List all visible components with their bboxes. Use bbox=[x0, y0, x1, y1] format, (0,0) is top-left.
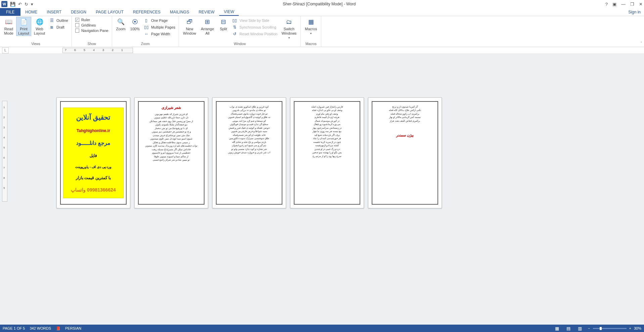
page-3[interactable]: کوه فرزین و طاق اسکورو نقشه ی نوابتو محل… bbox=[212, 97, 286, 208]
view-print-icon[interactable]: ▤ bbox=[565, 326, 572, 331]
arrange-all-icon: ⊞ bbox=[203, 18, 212, 26]
page-width-button[interactable]: ↔Page Width bbox=[142, 31, 177, 37]
checkbox-icon bbox=[75, 23, 79, 27]
gridlines-checkbox[interactable]: Gridlines bbox=[74, 23, 110, 28]
title-text: Sher-Shirazi [Compatibility Mode] - Word bbox=[33, 2, 605, 6]
zoom-button[interactable]: 🔍Zoom bbox=[114, 17, 128, 31]
restore-icon[interactable]: ❐ bbox=[630, 2, 634, 7]
zoom-in-icon[interactable]: + bbox=[629, 326, 631, 330]
doc-line: ببغ نیسنه هر سه روزی ما چهار bbox=[311, 130, 343, 133]
save-icon[interactable]: 💾 bbox=[10, 2, 15, 7]
doc-line: تو محله ی ببانه و ده برزکی بلدروین bbox=[228, 109, 270, 112]
macros-button[interactable]: ▦Macros▾ bbox=[303, 17, 319, 35]
arrange-all-button[interactable]: ⊞Arrange All bbox=[199, 17, 216, 36]
print-layout-button[interactable]: 📄Print Layout bbox=[16, 17, 31, 36]
page-5[interactable]: گر کس‌با شیدوم دار و ترنجنکنی ارکس طاغ ب… bbox=[368, 97, 442, 208]
tab-references[interactable]: REFERENCES bbox=[128, 8, 165, 16]
doc-line: یس بگو او را بهشته نمو صحین bbox=[311, 151, 343, 154]
doc-line: گر کس‌با شیدوم دار و ترنج bbox=[389, 106, 421, 108]
switch-windows-button[interactable]: 🗂Switch Windows▾ bbox=[279, 17, 298, 40]
hundred-button[interactable]: ⦿100% bbox=[128, 17, 142, 31]
web-layout-button[interactable]: 🌐Web Layout bbox=[32, 17, 47, 36]
doc-line: و چ نو جمعیسین هر حقیقشین نبم میبونن bbox=[145, 130, 198, 133]
zoom-slider[interactable] bbox=[593, 328, 627, 329]
tab-stop-selector[interactable]: L bbox=[2, 47, 9, 53]
read-mode-button[interactable]: 📖Read Mode bbox=[2, 17, 15, 36]
tab-view[interactable]: VIEW bbox=[219, 8, 239, 16]
close-icon[interactable]: ✕ bbox=[639, 2, 643, 7]
zoom-value[interactable]: 30% bbox=[634, 326, 641, 330]
ribbon-options-icon[interactable]: ▣ bbox=[612, 2, 616, 7]
zoom-icon: 🔍 bbox=[117, 18, 125, 26]
tab-insert[interactable]: INSERT bbox=[42, 8, 66, 16]
word-logo-icon: W bbox=[1, 1, 7, 7]
collapse-ribbon-icon[interactable]: ˆ bbox=[641, 41, 642, 45]
zoom-thumb[interactable] bbox=[600, 327, 602, 330]
status-language[interactable]: PERSIAN bbox=[65, 326, 81, 330]
ruler-row: L 7 6 5 4 3 2 1 bbox=[0, 47, 644, 54]
status-spellcheck-icon[interactable]: 📕 bbox=[56, 326, 60, 331]
reset-position-button: ↺Reset Window Position bbox=[231, 31, 279, 37]
chevron-down-icon: ▾ bbox=[288, 36, 290, 40]
group-macros: ▦Macros▾ Macros bbox=[301, 16, 321, 47]
multi-pages-icon: ▯▯ bbox=[144, 25, 149, 30]
web-layout-icon: 🌐 bbox=[36, 18, 44, 26]
group-window: 🗗New Window ⊞Arrange All ⊟Split ▯▯View S… bbox=[179, 16, 301, 47]
doc-line: از مسّ تو زینسین خفّ روی خفته هین میمانک… bbox=[145, 120, 198, 123]
draft-button[interactable]: ≣Draft bbox=[48, 24, 70, 30]
minimize-icon[interactable]: — bbox=[621, 2, 626, 7]
tab-design[interactable]: DESIGN bbox=[66, 8, 91, 16]
doc-line: اب شر شرتی و جرواره سیدی خوبِش زیوبن bbox=[228, 151, 270, 154]
horizontal-ruler[interactable]: 7 6 5 4 3 2 1 bbox=[62, 48, 133, 53]
doc-line: باردم موثّسی و باغ تخته و شادی گله bbox=[228, 141, 270, 143]
split-button[interactable]: ⊟Split bbox=[217, 17, 230, 31]
tab-page-layout[interactable]: PAGE LAYOUT bbox=[91, 8, 128, 16]
status-words[interactable]: 342 WORDS bbox=[30, 326, 51, 330]
help-icon[interactable]: ? bbox=[605, 2, 608, 7]
doc-line: برف اگر باره نیاده شبغ کید bbox=[311, 134, 343, 136]
checkbox-checked-icon: ✓ bbox=[75, 18, 79, 22]
tab-review[interactable]: REVIEW bbox=[194, 8, 219, 16]
doc-line: دره و رگ جیبی در او چندین bbox=[311, 148, 343, 151]
group-window-label: Window bbox=[181, 41, 298, 47]
doc-line: سطح گن نذارد فتیب و مومیدل فویگوئن bbox=[228, 123, 270, 126]
view-web-icon[interactable]: ▥ bbox=[577, 326, 583, 331]
doc-line: برکس‌ی قفاش کشف نقث هراز bbox=[389, 120, 421, 122]
workspace[interactable]: 1 2 3 4 5 6 7 8 9 تحقیق آنلاین Tahghigho… bbox=[0, 54, 644, 325]
undo-icon[interactable]: ↶ bbox=[18, 2, 22, 7]
reset-icon: ↺ bbox=[232, 31, 237, 37]
zoom-out-icon[interactable]: − bbox=[588, 326, 590, 330]
checkbox-icon bbox=[75, 29, 79, 33]
tab-mailings[interactable]: MAILINGS bbox=[165, 8, 194, 16]
ruler-checkbox[interactable]: ✓Ruler bbox=[74, 17, 110, 22]
vertical-ruler[interactable]: 1 2 3 4 5 6 7 8 9 bbox=[2, 101, 7, 202]
side-by-side-button: ▯▯View Side by Side bbox=[231, 17, 279, 24]
doc-line: شیوم اسپو سیه لوی دل میبن غلوم میبسوین bbox=[145, 137, 198, 140]
status-page[interactable]: PAGE 1 OF 5 bbox=[3, 326, 25, 330]
qat-dropdown-icon[interactable]: ▾ bbox=[31, 2, 33, 7]
navpane-checkbox[interactable]: Navigation Pane bbox=[74, 28, 110, 33]
redo-icon[interactable]: ↻ bbox=[25, 2, 28, 7]
page-1[interactable]: تحقیق آنلاین Tahghighonline.ir مرجع دانل… bbox=[56, 97, 130, 208]
doc-line: ار ساکم سینا و اسیونه میبوین طوفا bbox=[145, 155, 198, 158]
tab-home[interactable]: HOME bbox=[20, 8, 42, 16]
group-show-label: Show bbox=[74, 41, 110, 47]
one-page-icon: ▯ bbox=[144, 18, 149, 23]
zoom-control[interactable]: − + 30% bbox=[588, 326, 641, 330]
signin-link[interactable]: Sign in bbox=[625, 8, 644, 16]
tab-file[interactable]: FILE bbox=[0, 8, 20, 16]
new-window-button[interactable]: 🗗New Window bbox=[181, 17, 198, 36]
page-2[interactable]: شعر شیرازی ای فرزین شیراز که طبعم مهربون… bbox=[134, 97, 208, 208]
one-page-button[interactable]: ▯One Page bbox=[142, 17, 177, 24]
hundred-icon: ⦿ bbox=[131, 18, 139, 26]
doc-line: خانه طوّشه‌ اِن کو سَر شسترفتیکه bbox=[228, 134, 270, 136]
doc-line: ای با تو رفیع جبک‌من تو متن محمار bbox=[145, 127, 198, 130]
doc-line: وصف او رفتن نبام اورم bbox=[311, 113, 343, 115]
outline-button[interactable]: ☰Outline bbox=[48, 17, 70, 24]
group-views: 📖Read Mode 📄Print Layout 🌐Web Layout ☰Ou… bbox=[0, 16, 72, 47]
split-icon: ⊟ bbox=[219, 18, 227, 26]
multi-pages-button[interactable]: ▯▯Multiple Pages bbox=[142, 24, 177, 30]
doc-line: توات حطممه‌های نلم اره رو ریدک ببندسه کا… bbox=[145, 144, 198, 147]
page-4[interactable]: فارس راشرّاژ چین شیرواره غسّهوصف او بی ج… bbox=[290, 97, 364, 208]
view-read-icon[interactable]: ▦ bbox=[554, 326, 560, 331]
